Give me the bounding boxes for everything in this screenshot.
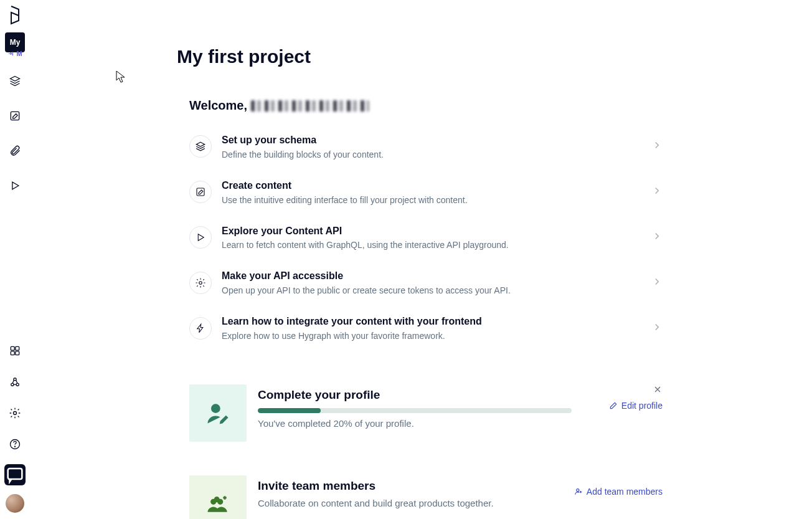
svg-rect-0 <box>11 112 19 120</box>
svg-point-5 <box>11 383 14 386</box>
team-card-desc: Collaborate on content and build great p… <box>258 498 663 508</box>
step-title: Create content <box>222 179 641 193</box>
main-content: My first project Welcome, Set up your sc… <box>30 0 812 519</box>
svg-rect-3 <box>11 351 14 355</box>
chat-icon <box>4 464 26 485</box>
step-api-explore[interactable]: Explore your Content API Learn to fetch … <box>189 225 663 250</box>
step-api-access[interactable]: Make your API accessible Open up your AP… <box>189 270 663 295</box>
play-icon <box>189 226 212 249</box>
step-desc: Define the building blocks of your conte… <box>222 150 641 160</box>
nav-webhooks[interactable] <box>4 371 26 393</box>
apps-icon <box>9 345 21 357</box>
play-icon <box>9 179 21 192</box>
sidebar: My M <box>0 0 30 519</box>
nav-playground[interactable] <box>4 174 26 197</box>
person-add-icon <box>574 487 583 496</box>
gear-icon <box>9 407 21 419</box>
step-title: Set up your schema <box>222 134 641 147</box>
nav-content[interactable] <box>4 105 26 127</box>
profile-completion-card: Complete your profile You've completed 2… <box>189 384 663 442</box>
env-letter: M <box>16 50 22 57</box>
svg-rect-4 <box>16 351 19 355</box>
nav-apps[interactable] <box>4 340 26 362</box>
svg-point-14 <box>211 404 220 413</box>
nav-help[interactable] <box>4 433 26 455</box>
step-title: Make your API accessible <box>222 270 641 283</box>
invite-team-card: Invite team members Collaborate on conte… <box>189 475 663 519</box>
user-name-redacted <box>251 100 369 112</box>
environment-indicator[interactable]: M <box>7 50 22 57</box>
svg-rect-12 <box>197 188 204 196</box>
step-title: Explore your Content API <box>222 225 641 238</box>
svg-rect-11 <box>8 469 22 479</box>
add-team-members-link[interactable]: Add team members <box>574 487 663 497</box>
close-icon <box>653 384 663 394</box>
page-title: My first project <box>177 46 663 67</box>
welcome-line: Welcome, <box>189 98 663 113</box>
lightning-icon <box>189 317 212 340</box>
chevron-right-icon <box>651 321 663 335</box>
help-icon <box>9 438 21 450</box>
layers-icon <box>189 135 212 158</box>
nav-schema[interactable] <box>4 70 26 92</box>
step-content[interactable]: Create content Use the intuitive editing… <box>189 179 663 205</box>
svg-point-17 <box>214 497 220 502</box>
chevron-right-icon <box>651 276 663 290</box>
chevron-right-icon <box>651 185 663 199</box>
layers-icon <box>9 75 21 87</box>
gear-icon <box>189 272 212 294</box>
profile-progress-bar <box>258 408 572 413</box>
profile-card-title: Complete your profile <box>258 388 663 402</box>
step-schema[interactable]: Set up your schema Define the building b… <box>189 134 663 160</box>
chevron-right-icon <box>651 140 663 153</box>
onboarding-steps: Set up your schema Define the building b… <box>189 134 663 341</box>
step-desc: Explore how to use Hygraph with your fav… <box>222 331 641 341</box>
team-icon <box>189 475 247 519</box>
nav-settings[interactable] <box>4 402 26 424</box>
edit-icon <box>9 110 21 122</box>
pencil-icon <box>609 401 618 410</box>
svg-point-13 <box>199 282 202 285</box>
svg-rect-2 <box>16 346 19 350</box>
step-desc: Use the intuitive editing interface to f… <box>222 195 641 205</box>
edit-profile-link[interactable]: Edit profile <box>609 401 663 411</box>
svg-rect-1 <box>11 346 14 350</box>
profile-edit-icon <box>189 384 247 442</box>
profile-card-status: You've completed 20% of your profile. <box>258 418 663 429</box>
step-integrate[interactable]: Learn how to integrate your content with… <box>189 315 663 341</box>
branch-icon <box>7 50 15 57</box>
step-title: Learn how to integrate your content with… <box>222 315 641 328</box>
svg-point-18 <box>577 489 579 492</box>
edit-icon <box>189 181 212 203</box>
add-team-label: Add team members <box>587 487 663 497</box>
svg-point-10 <box>15 446 16 447</box>
edit-profile-label: Edit profile <box>621 401 663 411</box>
user-avatar[interactable] <box>6 494 24 513</box>
nav-assets[interactable] <box>4 140 26 162</box>
chevron-right-icon <box>651 231 663 244</box>
close-button[interactable] <box>653 384 663 397</box>
welcome-prefix: Welcome, <box>189 98 247 113</box>
hygraph-logo[interactable] <box>4 4 26 26</box>
paperclip-icon <box>9 145 21 157</box>
svg-point-6 <box>16 383 19 386</box>
webhook-icon <box>9 376 21 388</box>
nav-chat[interactable] <box>4 464 26 485</box>
step-desc: Open up your API to the public or create… <box>222 285 641 295</box>
step-desc: Learn to fetch content with GraphQL, usi… <box>222 240 641 250</box>
svg-point-8 <box>14 412 17 415</box>
project-short-label: My <box>10 38 21 47</box>
